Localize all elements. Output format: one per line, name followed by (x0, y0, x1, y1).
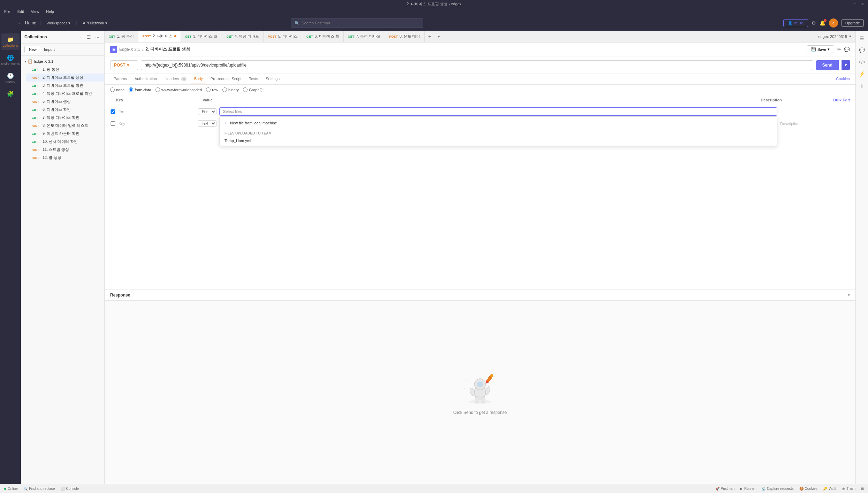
add-tab-button[interactable]: + (425, 31, 435, 42)
cookies-status-button[interactable]: 🍪 Cookies (799, 487, 817, 491)
capture-button[interactable]: 📡 Capture requests (761, 487, 794, 491)
row-checkbox-key[interactable] (110, 121, 116, 126)
home-link[interactable]: Home (25, 21, 36, 25)
tab-params[interactable]: Params (110, 74, 130, 84)
tab-7[interactable]: GET 7. 특정 디바오 (344, 31, 385, 42)
url-input[interactable] (141, 60, 813, 70)
tab-body[interactable]: Body (191, 74, 206, 84)
response-chevron-icon[interactable]: ▾ (848, 293, 850, 298)
sidebar-item-collections[interactable]: 📁 Collections (1, 33, 20, 50)
maximize-btn[interactable]: □ (853, 2, 858, 6)
tab-settings[interactable]: Settings (262, 74, 283, 84)
tab-8[interactable]: POST 8. 온도 데이 (385, 31, 425, 42)
send-button[interactable]: Send (816, 60, 839, 70)
right-panel-icon-2[interactable]: 💬 (857, 45, 867, 55)
tab-tests[interactable]: Tests (246, 74, 262, 84)
sidebar-item-history[interactable]: 🕐 History (1, 70, 20, 86)
forward-button[interactable]: → (15, 19, 22, 27)
radio-graphql-input[interactable] (243, 87, 248, 92)
cookies-link[interactable]: Cookies (836, 74, 850, 84)
invite-button[interactable]: 👤 Invite (783, 19, 808, 27)
new-button[interactable]: New (24, 46, 41, 53)
send-dropdown-button[interactable]: ▾ (842, 60, 850, 70)
trash-button[interactable]: 🗑 Trash (842, 487, 855, 491)
list-item[interactable]: GET 7. 특정 디바이스 확인 (26, 114, 104, 122)
save-button[interactable]: 💾 Save ▾ (807, 45, 834, 53)
more-options-button[interactable]: ··· (94, 33, 101, 40)
minimize-btn[interactable]: ─ (845, 2, 851, 6)
radio-urlencoded-input[interactable] (155, 87, 160, 92)
console-button[interactable]: ⬜ Console (60, 487, 79, 491)
new-file-option[interactable]: + New file from local machine (220, 117, 777, 129)
tab-headers[interactable]: Headers 9 (161, 74, 190, 84)
right-panel-icon-5[interactable]: ℹ (859, 81, 865, 91)
row-type-selector[interactable]: File Text (198, 108, 216, 115)
tab-overflow-button[interactable]: ▾ (435, 31, 443, 42)
runner-button[interactable]: ▶ Runner (740, 487, 756, 491)
radio-graphql[interactable]: GraphQL (243, 87, 265, 92)
vault-button[interactable]: 🔑 Vault (823, 487, 836, 491)
radio-raw[interactable]: raw (206, 87, 218, 92)
notifications-icon[interactable]: 🔔 (820, 20, 825, 26)
radio-form-data[interactable]: form-data (129, 87, 151, 92)
row-checkbox-file[interactable] (110, 109, 116, 114)
back-button[interactable]: ← (4, 19, 12, 27)
user-avatar[interactable]: e (829, 18, 838, 28)
radio-binary[interactable]: binary (222, 87, 239, 92)
tab-authorization[interactable]: Authorization (131, 74, 160, 84)
tab-2[interactable]: POST 2. 디바이스 (138, 31, 181, 42)
tab-1[interactable]: GET 1. 핑 통신 (105, 31, 138, 42)
right-panel-icon-1[interactable]: ☰ (858, 33, 866, 43)
window-controls[interactable]: ─ □ ✕ (845, 2, 865, 6)
grid-button[interactable]: ⊞ (861, 487, 864, 491)
menu-view[interactable]: View (30, 9, 41, 14)
radio-none[interactable]: none (110, 87, 124, 92)
list-item[interactable]: POST 12. 룰 생성 (26, 154, 104, 162)
radio-none-input[interactable] (110, 87, 115, 92)
edit-icon[interactable]: ✏ (837, 47, 841, 52)
radio-form-data-input[interactable] (129, 87, 133, 92)
list-item[interactable]: GET 10. 센서 데이터 확인 (26, 138, 104, 146)
collection-header[interactable]: ▾ 📋 Edge-X 3.1 (21, 57, 104, 66)
list-item[interactable]: POST 11. 스트림 생성 (26, 146, 104, 154)
close-btn[interactable]: ✕ (860, 2, 865, 6)
tab-3[interactable]: GET 3. 디바이스 프 (181, 31, 222, 42)
more-dots[interactable]: ··· (110, 98, 113, 102)
list-item[interactable]: POST 5. 디바이스 생성 (26, 98, 104, 106)
search-bar[interactable]: 🔍 Search Postman (291, 18, 423, 28)
sidebar-item-environments[interactable]: 🌐 Environments (1, 52, 20, 68)
import-button[interactable]: Import (44, 46, 55, 53)
online-status[interactable]: Online (4, 487, 18, 491)
tab-6[interactable]: GET 6. 디바이스 확 (302, 31, 344, 42)
radio-urlencoded[interactable]: x-www-form-urlencoded (155, 87, 202, 92)
right-panel-icon-4[interactable]: ⚡ (857, 69, 867, 79)
tab-5[interactable]: POST 5. 디바이스 (264, 31, 302, 42)
list-item[interactable]: GET 9. 이벤트 카운터 확인 (26, 130, 104, 138)
row-type-selector-2[interactable]: Text File (198, 120, 216, 127)
sidebar-item-plugins[interactable]: 🧩 (1, 88, 20, 101)
file-select-input[interactable] (219, 107, 777, 116)
filter-button[interactable]: ☰ (85, 33, 92, 40)
api-network-selector[interactable]: API Network ▾ (81, 20, 109, 26)
right-panel-icon-3[interactable]: </> (856, 57, 867, 67)
menu-help[interactable]: Help (45, 9, 55, 14)
file-item-temp-hum[interactable]: Temp_Hum.yml (220, 137, 777, 146)
settings-icon[interactable]: ⚙ (812, 20, 816, 26)
find-replace-button[interactable]: 🔍 Find and replace (23, 487, 55, 491)
tab-prerequest[interactable]: Pre-request Script (207, 74, 245, 84)
tab-4[interactable]: GET 4. 특정 디바오 (222, 31, 264, 42)
add-collection-button[interactable]: + (78, 33, 84, 40)
menu-edit[interactable]: Edit (16, 9, 25, 14)
bulk-edit-button[interactable]: Bulk Edit (833, 98, 850, 102)
list-item[interactable]: GET 4. 특정 디바이스 프로필 확인 (26, 90, 104, 98)
menu-file[interactable]: File (3, 9, 12, 14)
method-selector[interactable]: POST ▾ (110, 60, 138, 70)
list-item[interactable]: POST 2. 디바이스 프로필 생성 (26, 74, 104, 82)
list-item[interactable]: POST 8. 온도 데이터 입력 테스트 (26, 122, 104, 130)
workspace-selector[interactable]: Workspaces ▾ (44, 20, 73, 26)
comment-icon[interactable]: 💬 (844, 47, 850, 52)
postman-button[interactable]: 🚀 Postman (715, 487, 734, 491)
workspace-dropdown-chevron[interactable]: ▾ (849, 34, 851, 39)
radio-raw-input[interactable] (206, 87, 211, 92)
list-item[interactable]: GET 6. 디바이스 확인 (26, 106, 104, 114)
